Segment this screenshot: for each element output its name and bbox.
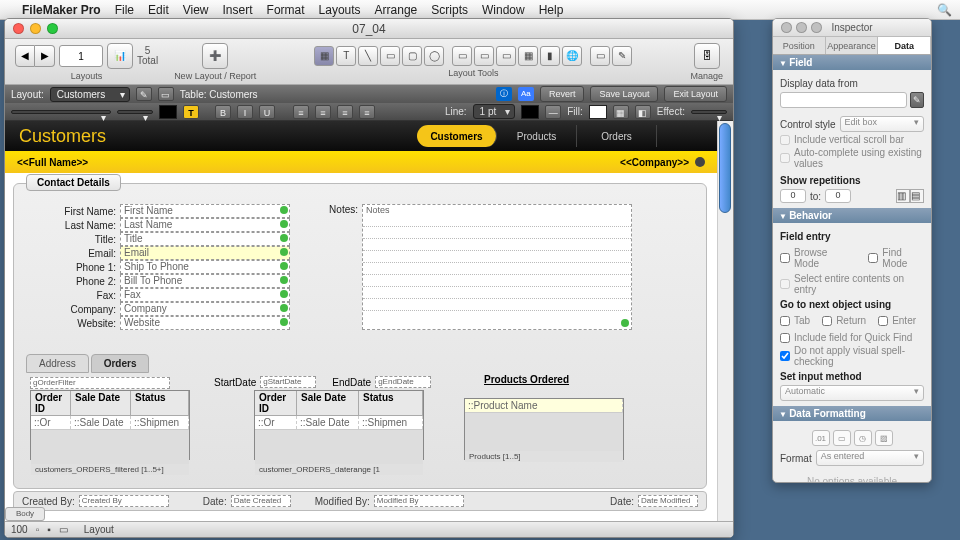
field-startdate[interactable]: gStartDate xyxy=(260,376,316,388)
text-color-swatch[interactable] xyxy=(159,105,177,119)
exit-layout-button[interactable]: Exit Layout xyxy=(664,86,727,102)
font-select[interactable] xyxy=(11,110,111,114)
section-data-formatting[interactable]: Data Formatting xyxy=(773,406,931,421)
cb-tab[interactable] xyxy=(780,316,790,326)
layout-select[interactable]: Customers xyxy=(50,87,130,102)
select-format[interactable]: As entered xyxy=(816,450,924,466)
size-select[interactable] xyxy=(117,110,153,114)
field-website[interactable]: Website xyxy=(120,316,290,330)
portal-tool[interactable]: ▦ xyxy=(518,46,538,66)
cb-browse-mode[interactable] xyxy=(780,253,790,263)
chart-tool[interactable]: ▮ xyxy=(540,46,560,66)
inspector-tab-position[interactable]: Position xyxy=(773,37,826,54)
fill-pattern-button[interactable]: ▦ xyxy=(613,105,629,119)
field-notes[interactable]: Notes xyxy=(362,204,632,330)
nav-customers[interactable]: Customers xyxy=(417,125,497,147)
section-field[interactable]: Field xyxy=(773,55,931,70)
manage-button[interactable]: 🗄 xyxy=(694,43,720,69)
field-product-name[interactable]: ::Product Name xyxy=(465,399,623,412)
section-behavior[interactable]: Behavior xyxy=(773,208,931,223)
align-left-button[interactable]: ≡ xyxy=(293,105,309,119)
rep-horizontal-button[interactable]: ▤ xyxy=(910,189,924,203)
text-tool[interactable]: T xyxy=(336,46,356,66)
menu-view[interactable]: View xyxy=(183,3,209,17)
input-rep-to[interactable]: 0 xyxy=(825,189,851,203)
menu-format[interactable]: Format xyxy=(267,3,305,17)
portal-orders-filtered[interactable]: Order IDSale DateStatus ::Or::Sale Date:… xyxy=(30,390,190,460)
field-orderfilter[interactable]: gOrderFilter xyxy=(30,377,170,389)
layout-number-field[interactable]: 1 xyxy=(59,45,103,67)
roundrect-tool[interactable]: ▢ xyxy=(402,46,422,66)
field-datecreated[interactable]: Date Created xyxy=(231,495,291,507)
field-createdby[interactable]: Created By xyxy=(79,495,169,507)
cb-return[interactable] xyxy=(822,316,832,326)
field-phone1[interactable]: Ship To Phone xyxy=(120,260,290,274)
status-toggle-icon[interactable]: ▭ xyxy=(59,524,68,535)
bold-button[interactable]: B xyxy=(215,105,231,119)
tab-contact-details[interactable]: Contact Details xyxy=(26,174,121,191)
menu-window[interactable]: Window xyxy=(482,3,525,17)
effect-select[interactable] xyxy=(691,110,727,114)
inspector-tab-appearance[interactable]: Appearance xyxy=(826,37,879,54)
webviewer-tool[interactable]: 🌐 xyxy=(562,46,582,66)
field-phone2[interactable]: Bill To Phone xyxy=(120,274,290,288)
align-center-button[interactable]: ≡ xyxy=(315,105,331,119)
cb-find-mode[interactable] xyxy=(868,253,878,263)
save-layout-button[interactable]: Save Layout xyxy=(590,86,658,102)
next-layout-button[interactable]: ▶ xyxy=(35,45,55,67)
portal-products[interactable]: ::Product Name Products [1..5] xyxy=(464,398,624,460)
format-date-icon[interactable]: ▭ xyxy=(833,430,851,446)
line-tool[interactable]: ╲ xyxy=(358,46,378,66)
inspector-tab-data[interactable]: Data xyxy=(878,37,931,54)
theme-icon[interactable]: ▭ xyxy=(158,87,174,101)
line-width-select[interactable]: 1 pt xyxy=(473,104,516,119)
cb-spellcheck[interactable] xyxy=(780,351,790,361)
field-firstname[interactable]: First Name xyxy=(120,204,290,218)
menu-insert[interactable]: Insert xyxy=(223,3,253,17)
revert-button[interactable]: Revert xyxy=(540,86,585,102)
nav-orders[interactable]: Orders xyxy=(577,125,657,147)
format-time-icon[interactable]: ◷ xyxy=(854,430,872,446)
fill-color-swatch[interactable] xyxy=(589,105,607,119)
highlight-button[interactable]: T xyxy=(183,105,199,119)
spotlight-icon[interactable]: 🔍 xyxy=(937,3,952,17)
cb-enter[interactable] xyxy=(878,316,888,326)
input-rep-from[interactable]: 0 xyxy=(780,189,806,203)
field-enddate[interactable]: gEndDate xyxy=(375,376,431,388)
aa-toggle[interactable]: Aa xyxy=(518,87,534,101)
format-graphic-icon[interactable]: ▨ xyxy=(875,430,893,446)
menu-layouts[interactable]: Layouts xyxy=(319,3,361,17)
menu-arrange[interactable]: Arrange xyxy=(375,3,418,17)
edit-layout-icon[interactable]: ✎ xyxy=(136,87,152,101)
part-label-body[interactable]: Body xyxy=(5,507,45,521)
control-tool[interactable]: ▭ xyxy=(474,46,494,66)
menu-help[interactable]: Help xyxy=(539,3,564,17)
align-justify-button[interactable]: ≡ xyxy=(359,105,375,119)
zoom-in-icon[interactable]: ▪ xyxy=(47,524,51,535)
app-menu[interactable]: FileMaker Pro xyxy=(22,3,101,17)
menu-file[interactable]: File xyxy=(115,3,134,17)
subtab-address[interactable]: Address xyxy=(26,354,89,373)
vertical-scrollbar[interactable] xyxy=(717,121,733,538)
selection-tool[interactable]: ▦ xyxy=(314,46,334,66)
italic-button[interactable]: I xyxy=(237,105,253,119)
layouts-popup-button[interactable]: 📊 xyxy=(107,43,133,69)
line-style-button[interactable]: — xyxy=(545,105,561,119)
new-layout-button[interactable]: ➕ xyxy=(202,43,228,69)
nav-products[interactable]: Products xyxy=(497,125,577,147)
info-toggle[interactable]: ⓘ xyxy=(496,87,512,101)
gradient-button[interactable]: ◧ xyxy=(635,105,651,119)
subtab-orders[interactable]: Orders xyxy=(91,354,150,373)
field-lastname[interactable]: Last Name xyxy=(120,218,290,232)
cb-quickfind[interactable] xyxy=(780,333,790,343)
line-color-swatch[interactable] xyxy=(521,105,539,119)
align-right-button[interactable]: ≡ xyxy=(337,105,353,119)
field-modifiedby[interactable]: Modified By xyxy=(374,495,464,507)
format-number-icon[interactable]: .01 xyxy=(812,430,830,446)
format-painter-tool[interactable]: ✎ xyxy=(612,46,632,66)
prev-layout-button[interactable]: ◀ xyxy=(15,45,35,67)
field-tool[interactable]: ▭ xyxy=(452,46,472,66)
portal-orders-daterange[interactable]: Order IDSale DateStatus ::Or::Sale Date:… xyxy=(254,390,424,460)
field-datemodified[interactable]: Date Modified xyxy=(638,495,698,507)
field-title[interactable]: Title xyxy=(120,232,290,246)
